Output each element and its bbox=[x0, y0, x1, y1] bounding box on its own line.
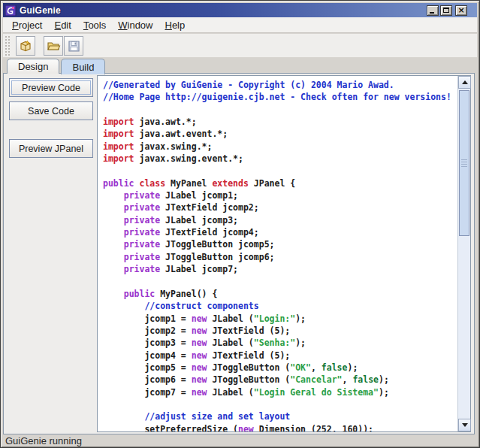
code-line: //Home Page http://guigenie.cjb.net - Ch… bbox=[103, 91, 457, 103]
menu-item-edit[interactable]: Edit bbox=[48, 18, 77, 32]
menu-item-window[interactable]: Window bbox=[112, 18, 158, 32]
app-logo-icon bbox=[5, 5, 17, 16]
code-line: import javax.swing.event.*; bbox=[103, 153, 457, 165]
code-line: jcomp4 = new JTextField (5); bbox=[103, 350, 457, 362]
save-code-button[interactable]: Save Code bbox=[9, 101, 93, 120]
preview-code-button[interactable]: Preview Code bbox=[9, 78, 93, 97]
floppy-disk-icon bbox=[68, 40, 80, 53]
window-title: GuiGenie bbox=[20, 5, 427, 16]
minimize-icon bbox=[430, 12, 434, 14]
code-line: //construct components bbox=[103, 300, 457, 312]
title-bar[interactable]: GuiGenie × bbox=[3, 3, 477, 17]
code-line: import javax.swing.*; bbox=[103, 141, 457, 153]
tab-strip: DesignBuild bbox=[7, 59, 105, 74]
tab-design[interactable]: Design bbox=[7, 59, 59, 74]
status-bar: GuiGenie running bbox=[3, 435, 477, 446]
code-editor-container: //Generated by GuiGenie - Copyright (c) … bbox=[97, 75, 471, 432]
code-line: private JToggleButton jcomp6; bbox=[103, 251, 457, 263]
code-line: //Generated by GuiGenie - Copyright (c) … bbox=[103, 79, 457, 91]
code-line: private JLabel jcomp3; bbox=[103, 214, 457, 226]
code-line: private JTextField jcomp4; bbox=[103, 226, 457, 238]
code-line: private JTextField jcomp2; bbox=[103, 201, 457, 213]
code-line: setPreferredSize (new Dimension (252, 16… bbox=[103, 423, 457, 431]
scrollbar-thumb[interactable] bbox=[459, 90, 469, 236]
arrow-down-icon bbox=[462, 423, 468, 427]
scroll-down-button[interactable] bbox=[458, 419, 471, 431]
preview-jpanel-button[interactable]: Preview JPanel bbox=[9, 139, 93, 158]
menu-item-tools[interactable]: Tools bbox=[77, 18, 112, 32]
code-line: //adjust size and set layout bbox=[103, 410, 457, 422]
code-line: public class MyPanel extends JPanel { bbox=[103, 177, 457, 189]
code-line: jcomp1 = new JLabel ("Login:"); bbox=[103, 313, 457, 325]
code-line: jcomp3 = new JLabel ("Senha:"); bbox=[103, 337, 457, 349]
save-button[interactable] bbox=[64, 36, 83, 56]
open-button[interactable] bbox=[44, 36, 63, 56]
menu-item-help[interactable]: Help bbox=[158, 18, 191, 32]
close-button[interactable]: × bbox=[455, 5, 467, 16]
arrow-up-icon bbox=[462, 80, 468, 84]
scroll-up-button[interactable] bbox=[458, 76, 471, 89]
code-line bbox=[103, 104, 457, 116]
code-line bbox=[103, 165, 457, 177]
code-line: jcomp5 = new JToggleButton ("OK", false)… bbox=[103, 362, 457, 374]
code-line bbox=[103, 398, 457, 410]
code-line: import java.awt.*; bbox=[103, 116, 457, 128]
package-icon bbox=[19, 39, 32, 53]
new-project-button[interactable] bbox=[16, 36, 35, 56]
close-icon: × bbox=[456, 5, 466, 15]
maximize-button[interactable] bbox=[440, 5, 452, 16]
window-controls: × bbox=[427, 5, 467, 16]
code-editor[interactable]: //Generated by GuiGenie - Copyright (c) … bbox=[98, 76, 457, 431]
menu-bar: ProjectEditToolsWindowHelp bbox=[3, 17, 477, 33]
thumb-grip-icon bbox=[461, 159, 467, 167]
toolbar-drag-handle[interactable] bbox=[5, 35, 11, 56]
code-line: jcomp6 = new JToggleButton ("Cancelar", … bbox=[103, 374, 457, 386]
app-window: GuiGenie × ProjectEditToolsWindowHelp bbox=[0, 0, 480, 448]
toolbar bbox=[3, 34, 477, 58]
code-line: public MyPanel() { bbox=[103, 288, 457, 300]
open-folder-icon bbox=[47, 40, 61, 52]
code-line: private JLabel jcomp1; bbox=[103, 189, 457, 201]
code-line: jcomp7 = new JLabel ("Login Geral do Sis… bbox=[103, 386, 457, 398]
code-line: jcomp2 = new JTextField (5); bbox=[103, 325, 457, 337]
side-panel: Preview CodeSave CodePreview JPanel bbox=[8, 74, 96, 158]
vertical-scrollbar[interactable] bbox=[457, 76, 470, 431]
code-line: private JToggleButton jcomp5; bbox=[103, 238, 457, 250]
code-line bbox=[103, 276, 457, 288]
tab-build[interactable]: Build bbox=[61, 59, 105, 74]
menu-item-project[interactable]: Project bbox=[6, 18, 48, 32]
maximize-icon bbox=[443, 8, 449, 13]
minimize-button[interactable] bbox=[427, 5, 439, 16]
code-line: private JLabel jcomp7; bbox=[103, 263, 457, 275]
code-line: import java.awt.event.*; bbox=[103, 128, 457, 140]
build-tab-panel: Preview CodeSave CodePreview JPanel //Ge… bbox=[3, 73, 475, 434]
status-text: GuiGenie running bbox=[3, 435, 477, 446]
